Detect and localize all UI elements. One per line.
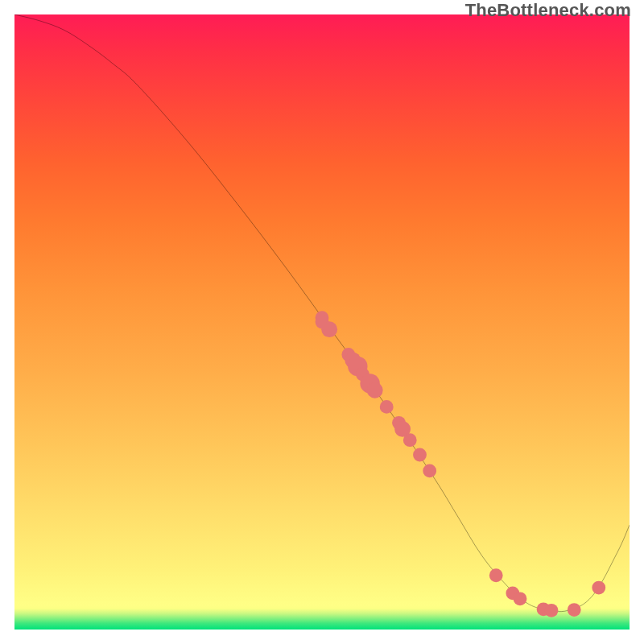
chart-stage: TheBottleneck.com bbox=[0, 0, 644, 644]
curve-marker bbox=[423, 464, 436, 477]
curve-marker bbox=[403, 433, 417, 447]
curve-marker bbox=[316, 316, 329, 329]
curve-marker bbox=[345, 352, 361, 368]
plot-area bbox=[14, 14, 630, 630]
curve-marker bbox=[341, 348, 355, 361]
curve-marker bbox=[316, 311, 329, 324]
curve-marker bbox=[356, 368, 369, 382]
curve-marker bbox=[394, 421, 411, 437]
curve-marker bbox=[321, 321, 337, 337]
curve-marker bbox=[367, 382, 383, 398]
curve-marker bbox=[514, 592, 527, 605]
curve-marker bbox=[545, 604, 559, 617]
curve-marker bbox=[348, 357, 367, 376]
curve-marker bbox=[380, 400, 394, 414]
curve-marker bbox=[413, 448, 427, 462]
curve-path bbox=[14, 14, 630, 612]
curve-markers bbox=[316, 311, 606, 617]
curve-svg bbox=[14, 14, 630, 630]
curve-marker bbox=[506, 587, 519, 601]
curve-marker bbox=[489, 568, 503, 582]
curve-marker bbox=[360, 374, 379, 393]
curve-marker bbox=[568, 603, 581, 617]
watermark-text: TheBottleneck.com bbox=[465, 0, 631, 21]
curve-marker bbox=[592, 581, 605, 595]
curve-marker bbox=[392, 416, 406, 430]
curve-marker bbox=[537, 602, 551, 616]
